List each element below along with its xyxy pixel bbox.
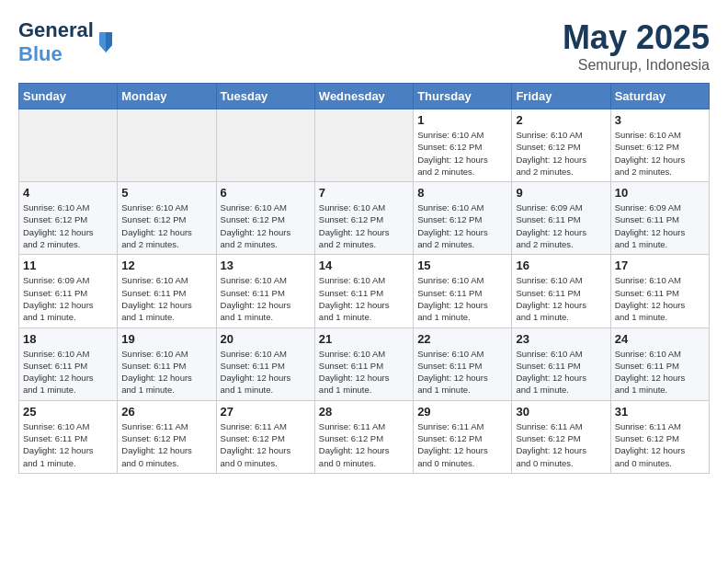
table-row: 30Sunrise: 6:11 AM Sunset: 6:12 PM Dayli… (512, 400, 610, 473)
svg-marker-1 (106, 32, 112, 52)
day-number: 10 (615, 186, 705, 200)
day-number: 31 (615, 405, 705, 419)
day-number: 26 (121, 405, 211, 419)
day-number: 30 (516, 405, 606, 419)
table-row: 2Sunrise: 6:10 AM Sunset: 6:12 PM Daylig… (512, 109, 610, 182)
table-row: 12Sunrise: 6:10 AM Sunset: 6:11 PM Dayli… (118, 255, 216, 327)
calendar-week-row: 18Sunrise: 6:10 AM Sunset: 6:11 PM Dayli… (19, 327, 710, 400)
day-info: Sunrise: 6:10 AM Sunset: 6:11 PM Dayligh… (417, 274, 507, 323)
day-info: Sunrise: 6:10 AM Sunset: 6:12 PM Dayligh… (319, 201, 409, 250)
table-row: 3Sunrise: 6:10 AM Sunset: 6:12 PM Daylig… (610, 109, 709, 182)
day-number: 25 (23, 405, 113, 419)
day-number: 17 (615, 259, 705, 272)
day-info: Sunrise: 6:10 AM Sunset: 6:11 PM Dayligh… (516, 274, 606, 323)
day-info: Sunrise: 6:10 AM Sunset: 6:11 PM Dayligh… (221, 274, 311, 323)
table-row: 17Sunrise: 6:10 AM Sunset: 6:11 PM Dayli… (610, 255, 709, 327)
day-number: 4 (23, 186, 113, 200)
table-row: 28Sunrise: 6:11 AM Sunset: 6:12 PM Dayli… (314, 400, 413, 473)
table-row: 15Sunrise: 6:10 AM Sunset: 6:11 PM Dayli… (414, 255, 512, 327)
day-number: 20 (221, 332, 311, 346)
calendar-week-row: 25Sunrise: 6:10 AM Sunset: 6:11 PM Dayli… (19, 400, 710, 473)
col-saturday: Saturday (610, 84, 709, 109)
day-info: Sunrise: 6:09 AM Sunset: 6:11 PM Dayligh… (516, 201, 606, 250)
col-monday: Monday (118, 84, 216, 109)
title-block: May 2025 Semurup, Indonesia (563, 18, 710, 74)
day-info: Sunrise: 6:10 AM Sunset: 6:12 PM Dayligh… (615, 129, 705, 178)
day-info: Sunrise: 6:10 AM Sunset: 6:12 PM Dayligh… (23, 201, 113, 250)
table-row: 13Sunrise: 6:10 AM Sunset: 6:11 PM Dayli… (216, 255, 314, 327)
table-row: 7Sunrise: 6:10 AM Sunset: 6:12 PM Daylig… (314, 182, 413, 255)
col-wednesday: Wednesday (314, 84, 413, 109)
table-row: 31Sunrise: 6:11 AM Sunset: 6:12 PM Dayli… (610, 400, 709, 473)
day-info: Sunrise: 6:09 AM Sunset: 6:11 PM Dayligh… (23, 274, 113, 323)
day-number: 3 (615, 113, 705, 127)
table-row (314, 109, 413, 182)
table-row: 14Sunrise: 6:10 AM Sunset: 6:11 PM Dayli… (314, 255, 413, 327)
day-number: 27 (221, 405, 311, 419)
table-row (19, 109, 118, 182)
table-row: 18Sunrise: 6:10 AM Sunset: 6:11 PM Dayli… (19, 327, 118, 400)
day-info: Sunrise: 6:10 AM Sunset: 6:11 PM Dayligh… (121, 274, 211, 323)
day-info: Sunrise: 6:11 AM Sunset: 6:12 PM Dayligh… (221, 420, 311, 469)
table-row: 21Sunrise: 6:10 AM Sunset: 6:11 PM Dayli… (314, 327, 413, 400)
table-row: 10Sunrise: 6:09 AM Sunset: 6:11 PM Dayli… (610, 182, 709, 255)
col-friday: Friday (512, 84, 610, 109)
page-header: General Blue May 2025 Semurup, Indonesia (18, 18, 710, 74)
day-info: Sunrise: 6:10 AM Sunset: 6:12 PM Dayligh… (121, 201, 211, 250)
day-number: 8 (417, 186, 507, 200)
table-row: 1Sunrise: 6:10 AM Sunset: 6:12 PM Daylig… (414, 109, 512, 182)
day-info: Sunrise: 6:11 AM Sunset: 6:12 PM Dayligh… (516, 420, 606, 469)
table-row (216, 109, 314, 182)
table-row: 4Sunrise: 6:10 AM Sunset: 6:12 PM Daylig… (19, 182, 118, 255)
day-number: 21 (319, 332, 409, 346)
day-info: Sunrise: 6:10 AM Sunset: 6:11 PM Dayligh… (516, 348, 606, 396)
day-info: Sunrise: 6:11 AM Sunset: 6:12 PM Dayligh… (121, 420, 211, 469)
calendar-week-row: 11Sunrise: 6:09 AM Sunset: 6:11 PM Dayli… (19, 255, 710, 327)
day-info: Sunrise: 6:10 AM Sunset: 6:12 PM Dayligh… (417, 129, 507, 178)
day-number: 23 (516, 332, 606, 346)
day-info: Sunrise: 6:10 AM Sunset: 6:11 PM Dayligh… (319, 348, 409, 396)
day-number: 13 (221, 259, 311, 272)
day-number: 19 (121, 332, 211, 346)
day-info: Sunrise: 6:11 AM Sunset: 6:12 PM Dayligh… (417, 420, 507, 469)
day-info: Sunrise: 6:10 AM Sunset: 6:12 PM Dayligh… (516, 129, 606, 178)
calendar-header-row: Sunday Monday Tuesday Wednesday Thursday… (19, 84, 710, 109)
day-number: 22 (417, 332, 507, 346)
table-row: 5Sunrise: 6:10 AM Sunset: 6:12 PM Daylig… (118, 182, 216, 255)
table-row: 23Sunrise: 6:10 AM Sunset: 6:11 PM Dayli… (512, 327, 610, 400)
logo-icon (97, 32, 114, 52)
day-number: 15 (417, 259, 507, 272)
table-row: 25Sunrise: 6:10 AM Sunset: 6:11 PM Dayli… (19, 400, 118, 473)
logo-text: General Blue (18, 18, 94, 66)
day-info: Sunrise: 6:10 AM Sunset: 6:11 PM Dayligh… (23, 348, 113, 396)
day-number: 14 (319, 259, 409, 272)
table-row (118, 109, 216, 182)
location: Semurup, Indonesia (563, 57, 710, 74)
table-row: 16Sunrise: 6:10 AM Sunset: 6:11 PM Dayli… (512, 255, 610, 327)
table-row: 29Sunrise: 6:11 AM Sunset: 6:12 PM Dayli… (414, 400, 512, 473)
calendar-table: Sunday Monday Tuesday Wednesday Thursday… (18, 83, 710, 474)
day-info: Sunrise: 6:11 AM Sunset: 6:12 PM Dayligh… (319, 420, 409, 469)
col-thursday: Thursday (414, 84, 512, 109)
logo: General Blue (18, 18, 114, 66)
day-number: 1 (417, 113, 507, 127)
day-number: 5 (121, 186, 211, 200)
table-row: 8Sunrise: 6:10 AM Sunset: 6:12 PM Daylig… (414, 182, 512, 255)
day-number: 12 (121, 259, 211, 272)
day-info: Sunrise: 6:10 AM Sunset: 6:11 PM Dayligh… (221, 348, 311, 396)
day-number: 2 (516, 113, 606, 127)
day-number: 16 (516, 259, 606, 272)
table-row: 22Sunrise: 6:10 AM Sunset: 6:11 PM Dayli… (414, 327, 512, 400)
calendar-week-row: 1Sunrise: 6:10 AM Sunset: 6:12 PM Daylig… (19, 109, 710, 182)
day-info: Sunrise: 6:10 AM Sunset: 6:11 PM Dayligh… (615, 348, 705, 396)
day-info: Sunrise: 6:09 AM Sunset: 6:11 PM Dayligh… (615, 201, 705, 250)
day-info: Sunrise: 6:10 AM Sunset: 6:12 PM Dayligh… (221, 201, 311, 250)
day-number: 6 (221, 186, 311, 200)
month-title: May 2025 (563, 18, 710, 57)
day-number: 11 (23, 259, 113, 272)
day-info: Sunrise: 6:11 AM Sunset: 6:12 PM Dayligh… (615, 420, 705, 469)
day-number: 9 (516, 186, 606, 200)
table-row: 26Sunrise: 6:11 AM Sunset: 6:12 PM Dayli… (118, 400, 216, 473)
day-info: Sunrise: 6:10 AM Sunset: 6:11 PM Dayligh… (319, 274, 409, 323)
day-number: 29 (417, 405, 507, 419)
